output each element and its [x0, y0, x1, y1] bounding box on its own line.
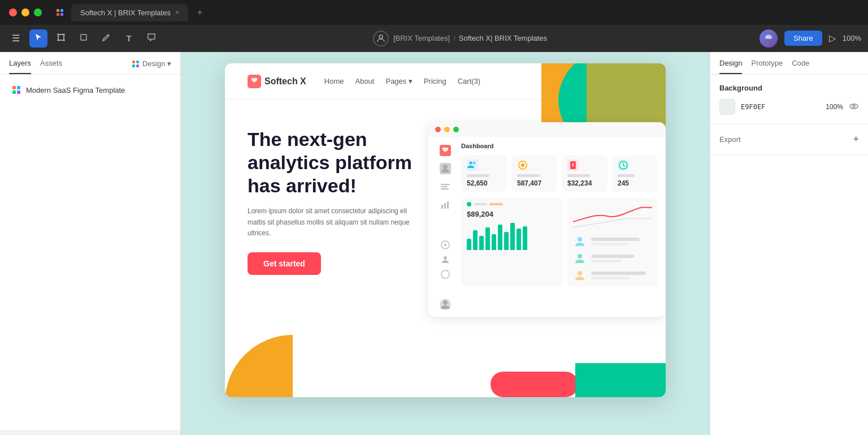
- bar-2: [473, 230, 478, 250]
- svg-point-13: [765, 36, 768, 39]
- color-swatch[interactable]: [719, 99, 735, 115]
- fullscreen-button[interactable]: [34, 8, 42, 16]
- brand-name: Softech X: [264, 76, 306, 87]
- svg-rect-1: [60, 9, 63, 12]
- nav-cart[interactable]: Cart(3): [458, 77, 480, 85]
- nav-pages[interactable]: Pages ▾: [385, 77, 412, 85]
- visibility-toggle-icon[interactable]: [849, 101, 859, 113]
- right-panel: Design Prototype Code Background E9F0EF …: [710, 52, 868, 435]
- color-opacity-value[interactable]: 100%: [826, 103, 843, 111]
- dashboard-stats: 52,650 587,407: [461, 155, 658, 192]
- nav-about[interactable]: About: [355, 77, 374, 85]
- deco-bottom: [225, 352, 666, 397]
- hero-title-line2: analytics platform: [248, 152, 412, 173]
- hero-title-line1: The next-gen: [248, 128, 367, 150]
- play-button[interactable]: ▷: [829, 33, 836, 44]
- bar-10: [523, 226, 527, 250]
- menu-button[interactable]: ☰: [7, 29, 25, 48]
- text-tool-button[interactable]: T: [120, 29, 138, 48]
- color-row: E9F0EF 100%: [719, 99, 859, 115]
- stat-card-2: 587,407: [511, 155, 557, 192]
- design-hero: The next-gen analytics platform has arri…: [225, 100, 666, 337]
- main-layout: Layers Assets Design ▾: [0, 52, 868, 435]
- stat-label-1: [467, 174, 489, 177]
- svg-rect-3: [60, 13, 63, 16]
- layer-name: Modern SaaS Figma Template: [26, 86, 125, 94]
- pen-tool-button[interactable]: [97, 29, 115, 48]
- export-section: Export +: [710, 124, 868, 155]
- browser-titlebar: Softech X | BRIX Templates × +: [0, 0, 868, 25]
- dashboard-main: Dashboard 52,650: [461, 143, 658, 313]
- shape-tool-button[interactable]: [75, 29, 93, 48]
- nav-home[interactable]: Home: [324, 77, 344, 85]
- breadcrumb-sep: /: [453, 34, 455, 42]
- frame-icon: [57, 33, 66, 44]
- sidebar-icon-2: [440, 181, 451, 192]
- cursor-icon: [34, 33, 43, 44]
- sidebar-icon-1: [440, 163, 451, 174]
- svg-point-43: [470, 162, 472, 165]
- hero-title: The next-gen analytics platform has arri…: [248, 128, 423, 197]
- toolbar-left: ☰: [7, 29, 160, 48]
- canvas-area[interactable]: Softech X Home About Pages ▾ Pricing Car…: [181, 52, 710, 435]
- line-items: [573, 235, 652, 282]
- bar-4: [485, 227, 490, 250]
- close-button[interactable]: [9, 8, 17, 16]
- tab-design[interactable]: Design: [719, 59, 742, 74]
- bar-1: [467, 239, 471, 250]
- sidebar-user-icon: [440, 255, 450, 265]
- background-section: Background E9F0EF 100%: [710, 75, 868, 124]
- export-add-button[interactable]: +: [853, 133, 859, 145]
- tab-title: Softech X | BRIX Templates: [80, 8, 171, 17]
- tab-close-icon[interactable]: ×: [175, 8, 179, 16]
- collaborator-avatar: [760, 29, 778, 48]
- tab-prototype[interactable]: Prototype: [751, 59, 783, 74]
- sidebar-logo-icon: [440, 145, 451, 156]
- layers-content: Modern SaaS Figma Template: [0, 75, 180, 430]
- svg-rect-55: [575, 363, 666, 397]
- share-button[interactable]: Share: [784, 31, 822, 46]
- svg-point-42: [443, 300, 448, 305]
- minimize-button[interactable]: [21, 8, 29, 16]
- svg-point-30: [443, 165, 448, 169]
- layer-item-template[interactable]: Modern SaaS Figma Template: [7, 81, 173, 98]
- svg-point-52: [578, 254, 582, 259]
- tab-code[interactable]: Code: [792, 59, 809, 74]
- tab-design-dropdown[interactable]: Design ▾: [131, 59, 171, 74]
- color-hex-value[interactable]: E9F0EF: [741, 103, 765, 111]
- svg-point-46: [521, 163, 524, 167]
- comment-tool-button[interactable]: [142, 29, 160, 48]
- right-panel-tabs: Design Prototype Code: [710, 52, 868, 75]
- frame-tool-button[interactable]: [52, 29, 70, 48]
- stat-label-3: [567, 174, 590, 177]
- tab-assets[interactable]: Assets: [40, 59, 62, 74]
- tab-design-label: Design ▾: [142, 59, 171, 68]
- chart-bottom-val: $89,204: [467, 210, 557, 218]
- svg-rect-19: [12, 86, 16, 89]
- tab-layers[interactable]: Layers: [9, 59, 31, 74]
- nav-pricing[interactable]: Pricing: [424, 77, 446, 85]
- svg-rect-20: [17, 86, 20, 89]
- user-item-icon-2: [573, 252, 587, 265]
- hero-left: The next-gen analytics platform has arri…: [248, 122, 423, 337]
- stat-card-1: 52,650: [461, 155, 507, 192]
- sidebar-settings-icon: [440, 240, 450, 250]
- stat-val-1: 52,650: [467, 179, 501, 187]
- sidebar-circle-icon: [440, 269, 450, 279]
- browser-tab[interactable]: Softech X | BRIX Templates ×: [71, 4, 188, 21]
- dash-min-dot: [444, 127, 450, 132]
- hero-title-line3: has arrived!: [248, 175, 357, 196]
- zoom-level[interactable]: 100%: [843, 34, 861, 42]
- bar-8: [510, 223, 515, 250]
- hero-cta-button[interactable]: Get started: [248, 252, 321, 275]
- svg-point-40: [441, 270, 449, 278]
- stat-val-2: 587,407: [517, 179, 552, 187]
- svg-point-57: [853, 105, 855, 107]
- stat-icon-users: [467, 160, 478, 171]
- deco-bottom-right: [491, 363, 666, 397]
- new-tab-button[interactable]: +: [197, 7, 202, 18]
- line-chart-area: [573, 202, 652, 230]
- move-tool-button[interactable]: [29, 29, 47, 48]
- svg-rect-36: [447, 201, 449, 209]
- sidebar-avatar-icon: [439, 298, 452, 311]
